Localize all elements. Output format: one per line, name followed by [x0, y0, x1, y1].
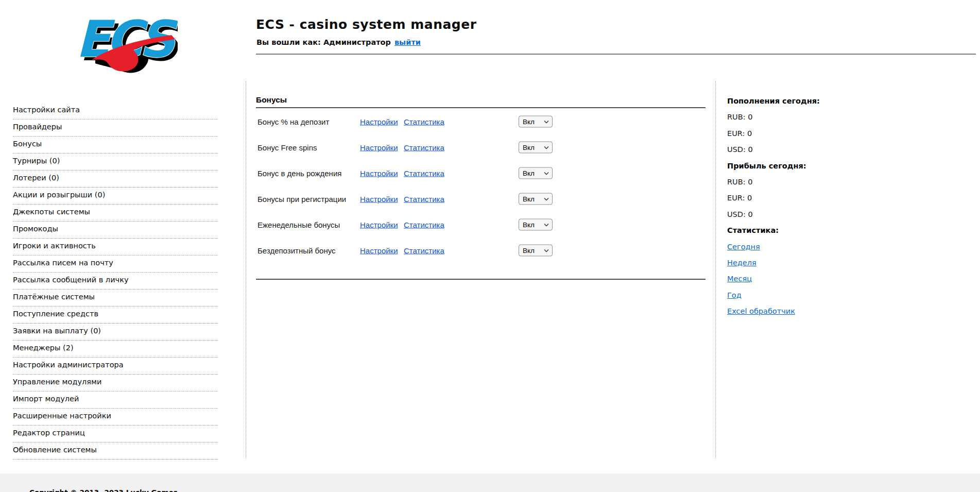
bonus-state-select[interactable]: Вкл: [519, 193, 553, 205]
currency-label: EUR:: [727, 194, 745, 202]
bonus-state-select-wrap: Вкл: [519, 142, 553, 154]
main-rightpanel-divider: [715, 81, 716, 459]
bonus-row-deposit-percent: Бонус % на депозит Настройки Статистика …: [256, 109, 706, 134]
stats-link-week[interactable]: Неделя: [727, 259, 757, 267]
bonus-label: Еженедельные бонусы: [257, 220, 340, 229]
bonus-label: Бонус Free spins: [257, 143, 317, 152]
sidebar-item-module-import[interactable]: Импорт модулей: [13, 392, 218, 409]
currency-label: EUR:: [727, 129, 745, 138]
sidebar-item-lotteries[interactable]: Лотереи (0): [13, 171, 218, 188]
statistics-link[interactable]: Статистика: [404, 117, 444, 126]
sidebar-item-page-editor[interactable]: Редактор страниц: [13, 426, 218, 443]
currency-value: 0: [748, 210, 752, 218]
sidebar-item-pm-mailing[interactable]: Рассылка сообщений в личку: [13, 273, 218, 290]
settings-link[interactable]: Настройки: [360, 246, 398, 255]
sidebar: Настройки сайта Провайдеры Бонусы Турнир…: [13, 103, 218, 460]
stats-link-today-row: Сегодня: [727, 243, 892, 259]
sidebar-item-bonuses[interactable]: Бонусы: [13, 137, 218, 154]
stats-link-month[interactable]: Месяц: [727, 275, 752, 283]
sidebar-item-providers[interactable]: Провайдеры: [13, 120, 218, 137]
sidebar-item-promocodes[interactable]: Промокоды: [13, 222, 218, 239]
stats-link-year-row: Год: [727, 291, 892, 307]
bonus-state-select-wrap: Вкл: [519, 219, 553, 231]
ecs-logo[interactable]: ECS ECS: [68, 7, 178, 76]
bonus-row-free-spins: Бонус Free spins Настройки Статистика Вк…: [256, 134, 706, 160]
settings-link[interactable]: Настройки: [360, 117, 398, 126]
currency-value: 0: [748, 113, 752, 121]
page-title: ECS - casino system manager: [256, 17, 476, 32]
stats-link-month-row: Месяц: [727, 275, 892, 291]
settings-link[interactable]: Настройки: [360, 220, 398, 229]
bonuses-heading: Бонусы: [256, 95, 706, 105]
bonus-state-select-wrap: Вкл: [519, 245, 553, 257]
sidebar-main-divider: [246, 81, 246, 459]
bonus-state-select[interactable]: Вкл: [519, 245, 553, 257]
statistics-link[interactable]: Статистика: [404, 220, 444, 229]
stats-link-today[interactable]: Сегодня: [727, 243, 760, 251]
sidebar-item-incoming-funds[interactable]: Поступление средств: [13, 307, 218, 324]
deposit-rub-row: RUB: 0: [727, 113, 892, 129]
stats-link-excel-row: Excel обработчик: [727, 307, 892, 323]
bonuses-bottom-rule: [256, 279, 706, 280]
profit-today-heading: Прибыль сегодня:: [727, 162, 892, 178]
bonus-state-select-wrap: Вкл: [519, 193, 553, 205]
deposit-eur-row: EUR: 0: [727, 129, 892, 145]
statistics-link[interactable]: Статистика: [404, 169, 444, 178]
stats-link-year[interactable]: Год: [727, 291, 742, 299]
currency-value: 0: [748, 145, 752, 154]
bonus-state-select[interactable]: Вкл: [519, 219, 553, 231]
currency-value: 0: [748, 178, 752, 186]
profit-rub-row: RUB: 0: [727, 178, 892, 194]
sidebar-item-managers[interactable]: Менеджеры (2): [13, 341, 218, 358]
settings-link[interactable]: Настройки: [360, 169, 398, 178]
sidebar-item-email-mailing[interactable]: Рассылка писем на почту: [13, 256, 218, 273]
sidebar-item-system-update[interactable]: Обновление системы: [13, 443, 218, 460]
bonus-row-birthday: Бонус в день рождения Настройки Статисти…: [256, 160, 706, 186]
admin-page: ECS ECS ECS - casino system manager Вы в…: [0, 0, 980, 492]
sidebar-item-players-activity[interactable]: Игроки и активность: [13, 239, 218, 256]
bonus-row-no-deposit: Бездепозитный бонус Настройки Статистика…: [256, 237, 706, 263]
ecs-logo-image: ECS ECS: [68, 7, 178, 76]
bonus-label: Бонус в день рождения: [257, 169, 341, 178]
statistics-link[interactable]: Статистика: [404, 246, 444, 255]
bonus-rows: Бонус % на депозит Настройки Статистика …: [256, 109, 706, 263]
statistics-link[interactable]: Статистика: [404, 143, 444, 152]
bonus-label: Бонусы при регистрации: [257, 195, 346, 203]
sidebar-item-payout-requests[interactable]: Заявки на выплату (0): [13, 324, 218, 341]
profit-usd-row: USD: 0: [727, 210, 892, 226]
bonus-state-select[interactable]: Вкл: [519, 142, 553, 154]
bonus-label: Бездепозитный бонус: [257, 246, 336, 255]
deposits-today-heading: Пополнения сегодня:: [727, 97, 892, 113]
bonuses-panel: Бонусы Бонус % на депозит Настройки Стат…: [256, 94, 706, 280]
bonus-row-weekly: Еженедельные бонусы Настройки Статистика…: [256, 212, 706, 237]
deposit-usd-row: USD: 0: [727, 145, 892, 161]
sidebar-item-advanced-settings[interactable]: Расширенные настройки: [13, 409, 218, 426]
stats-panel: Пополнения сегодня: RUB: 0 EUR: 0 USD: 0…: [727, 97, 892, 323]
bonus-state-select-wrap: Вкл: [519, 167, 553, 179]
sidebar-item-site-settings[interactable]: Настройки сайта: [13, 103, 218, 120]
settings-link[interactable]: Настройки: [360, 195, 398, 203]
login-status: Вы вошли как: Администраторвыйти: [256, 38, 421, 46]
sidebar-item-promotions[interactable]: Акции и розыгрыши (0): [13, 188, 218, 205]
bonus-label: Бонус % на депозит: [257, 117, 329, 126]
sidebar-item-admin-settings[interactable]: Настройки администратора: [13, 358, 218, 375]
header-divider: [256, 54, 976, 55]
sidebar-item-module-management[interactable]: Управление модулями: [13, 375, 218, 392]
bonus-row-registration: Бонусы при регистрации Настройки Статист…: [256, 186, 706, 212]
logout-link[interactable]: выйти: [394, 38, 421, 46]
footer: Copyright © 2013- 2023 Lucky Games: [0, 473, 980, 492]
bonus-state-select-wrap: Вкл: [519, 116, 553, 128]
sidebar-item-payment-systems[interactable]: Платёжные системы: [13, 290, 218, 307]
sidebar-item-tournaments[interactable]: Турниры (0): [13, 154, 218, 171]
profit-eur-row: EUR: 0: [727, 194, 892, 210]
statistics-heading: Статистика:: [727, 226, 892, 242]
bonuses-top-rule: [256, 107, 706, 108]
settings-link[interactable]: Настройки: [360, 143, 398, 152]
statistics-link[interactable]: Статистика: [404, 195, 444, 203]
stats-link-week-row: Неделя: [727, 259, 892, 275]
currency-value: 0: [747, 194, 752, 202]
bonus-state-select[interactable]: Вкл: [519, 116, 553, 128]
stats-link-excel[interactable]: Excel обработчик: [727, 307, 795, 315]
sidebar-item-jackpots[interactable]: Джекпоты системы: [13, 205, 218, 222]
bonus-state-select[interactable]: Вкл: [519, 167, 553, 179]
